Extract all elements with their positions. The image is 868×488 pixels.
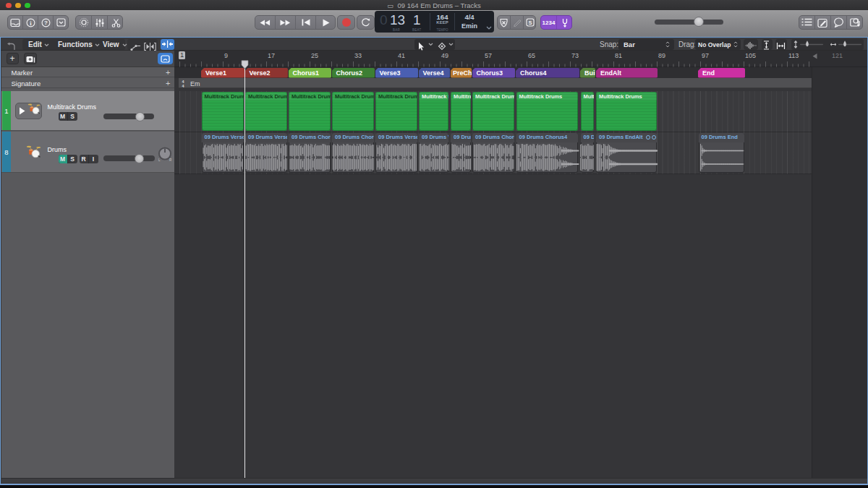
svg-text:R: R <box>169 158 172 162</box>
svg-text:i: i <box>30 19 32 26</box>
svg-text:?: ? <box>44 20 48 26</box>
svg-text:L: L <box>158 158 161 162</box>
svg-text:S: S <box>528 20 532 26</box>
